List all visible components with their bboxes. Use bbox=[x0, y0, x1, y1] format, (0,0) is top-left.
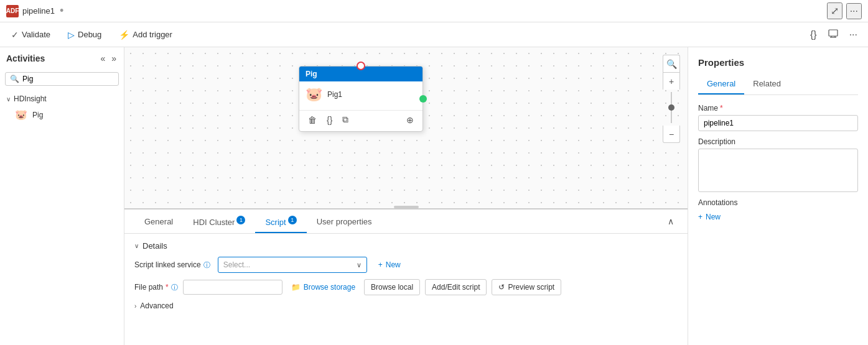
main-layout: Activities « » 🔍 ∨ HDInsight 🐷 Pig ⋯ ⊞ ⊡ bbox=[0, 47, 868, 345]
sidebar-item-pig[interactable]: 🐷 Pig ⋯ ⊞ ⊡ bbox=[0, 106, 124, 124]
props-tab-general[interactable]: General bbox=[698, 75, 744, 94]
tab-script[interactable]: Script1 bbox=[255, 209, 306, 233]
bottom-tabs: General HDI Cluster1 Script1 User proper… bbox=[124, 209, 688, 234]
description-textarea[interactable] bbox=[698, 149, 858, 192]
bottom-content: ∨ Details Script linked service ⓘ Select… bbox=[124, 234, 688, 324]
preview-icon: ↺ bbox=[498, 283, 505, 292]
script-linked-service-label: Script linked service ⓘ bbox=[134, 260, 210, 270]
properties-panel: Properties General Related Name * Descri… bbox=[688, 47, 868, 345]
add-trigger-button[interactable]: ⚡ Add trigger bbox=[115, 27, 176, 42]
sidebar-title: Activities bbox=[6, 53, 45, 63]
file-path-input[interactable] bbox=[183, 280, 282, 295]
group-arrow-icon: ∨ bbox=[6, 96, 11, 103]
name-label: Name * bbox=[698, 104, 858, 113]
tab-general[interactable]: General bbox=[134, 211, 183, 232]
sidebar-collapse-btn[interactable]: « bbox=[99, 52, 106, 65]
file-path-row: File path * ⓘ 📁 Browse storage Browse lo… bbox=[134, 279, 678, 295]
trigger-icon: ⚡ bbox=[119, 30, 129, 40]
code-button[interactable]: {} bbox=[807, 27, 820, 42]
activity-node[interactable]: Pig 🐷 Pig1 🗑 {} ⧉ ⊕ bbox=[299, 66, 423, 132]
toolbar-right: {} ··· bbox=[807, 27, 861, 43]
sidebar: Activities « » 🔍 ∨ HDInsight 🐷 Pig ⋯ ⊞ ⊡ bbox=[0, 47, 124, 345]
browse-local-button[interactable]: Browse local bbox=[364, 279, 420, 295]
sidebar-header: Activities « » bbox=[0, 47, 124, 70]
node-copy-btn[interactable]: ⧉ bbox=[340, 113, 351, 126]
select-chevron-icon: ∨ bbox=[357, 261, 362, 269]
monitor-button[interactable] bbox=[825, 27, 841, 43]
item-action-2[interactable]: ⊞ bbox=[97, 110, 106, 119]
debug-icon: ▷ bbox=[68, 30, 75, 40]
validate-icon: ✓ bbox=[11, 30, 19, 40]
item-action-1[interactable]: ⋯ bbox=[85, 110, 95, 119]
sidebar-group-hdinsight: ∨ HDInsight 🐷 Pig ⋯ ⊞ ⊡ bbox=[0, 90, 124, 126]
canvas-zoom-slider-track bbox=[671, 92, 672, 123]
annotations-new-button[interactable]: + New bbox=[698, 211, 858, 223]
canvas-zoom-out-btn[interactable]: − bbox=[663, 126, 680, 143]
script-badge: 1 bbox=[288, 216, 297, 224]
annotations-label: Annotations bbox=[698, 198, 858, 207]
properties-tabs: General Related bbox=[698, 75, 858, 95]
debug-button[interactable]: ▷ Debug bbox=[64, 27, 105, 42]
bottom-panel: General HDI Cluster1 Script1 User proper… bbox=[124, 208, 688, 345]
details-label: Details bbox=[142, 241, 167, 251]
canvas-drag-handle[interactable] bbox=[394, 206, 419, 208]
node-delete-btn[interactable]: 🗑 bbox=[306, 114, 319, 126]
script-linked-service-select[interactable]: Select... ∨ bbox=[218, 257, 367, 273]
browse-storage-icon: 📁 bbox=[291, 283, 301, 292]
description-label: Description bbox=[698, 137, 858, 146]
details-arrow-icon: ∨ bbox=[134, 242, 139, 249]
pipeline-title: pipeline1 bbox=[22, 6, 55, 16]
more-button[interactable]: ··· bbox=[846, 27, 861, 42]
canvas-area[interactable]: Pig 🐷 Pig1 🗑 {} ⧉ ⊕ 🔍 + bbox=[124, 47, 688, 208]
new-linked-service-btn[interactable]: + New bbox=[375, 258, 404, 272]
hdi-badge: 1 bbox=[236, 216, 245, 224]
script-linked-service-info-icon[interactable]: ⓘ bbox=[203, 260, 210, 270]
annotations-plus-icon: + bbox=[698, 213, 702, 221]
preview-script-button[interactable]: ↺ Preview script bbox=[492, 279, 561, 295]
sidebar-group-header[interactable]: ∨ HDInsight bbox=[0, 92, 124, 106]
validate-button[interactable]: ✓ Validate bbox=[7, 27, 54, 42]
node-right-connector bbox=[419, 95, 427, 103]
sidebar-header-actions: « » bbox=[99, 52, 118, 65]
node-body: 🐷 Pig1 bbox=[299, 81, 422, 108]
tab-hdi-cluster[interactable]: HDI Cluster1 bbox=[183, 209, 255, 233]
properties-title: Properties bbox=[698, 57, 858, 68]
canvas-search-btn[interactable]: 🔍 bbox=[663, 55, 680, 72]
expand-button[interactable]: ⤢ bbox=[827, 2, 842, 19]
advanced-toggle[interactable]: › Advanced bbox=[134, 301, 678, 310]
item-action-3[interactable]: ⊡ bbox=[108, 110, 118, 119]
node-connect-btn[interactable]: ⊕ bbox=[404, 114, 416, 126]
search-icon: 🔍 bbox=[10, 75, 19, 83]
svg-rect-0 bbox=[829, 30, 838, 36]
required-star: * bbox=[166, 283, 169, 292]
canvas-zoom-in-btn[interactable]: + bbox=[663, 72, 680, 90]
node-label: Pig1 bbox=[327, 90, 342, 99]
name-input[interactable] bbox=[698, 115, 858, 131]
pig-icon: 🐷 bbox=[15, 109, 27, 121]
app-icon: ADF bbox=[6, 5, 19, 17]
unsaved-indicator: • bbox=[60, 4, 63, 17]
search-box: 🔍 bbox=[5, 72, 119, 86]
new-linked-service-plus-icon: + bbox=[378, 260, 383, 269]
sidebar-item-label: Pig bbox=[32, 111, 43, 119]
props-tab-related[interactable]: Related bbox=[744, 75, 790, 94]
more-options-button[interactable]: ··· bbox=[846, 3, 862, 19]
details-toggle[interactable]: ∨ Details bbox=[134, 241, 678, 251]
toolbar: ✓ Validate ▷ Debug ⚡ Add trigger {} ··· bbox=[0, 22, 868, 47]
bottom-panel-collapse-btn[interactable]: ∧ bbox=[664, 214, 678, 229]
canvas-zoom-slider-thumb[interactable] bbox=[668, 104, 674, 111]
top-bar: ADF pipeline1 • ⤢ ··· bbox=[0, 0, 868, 22]
details-section: ∨ Details Script linked service ⓘ Select… bbox=[134, 241, 678, 310]
tab-user-properties[interactable]: User properties bbox=[307, 211, 382, 232]
canvas-controls: 🔍 + − bbox=[663, 55, 680, 143]
node-toolbar: 🗑 {} ⧉ ⊕ bbox=[299, 110, 422, 131]
file-path-info-icon[interactable]: ⓘ bbox=[171, 283, 178, 292]
file-path-label: File path * ⓘ bbox=[134, 283, 178, 292]
search-input[interactable] bbox=[22, 75, 114, 83]
group-label: HDInsight bbox=[14, 94, 47, 103]
sidebar-expand-btn[interactable]: » bbox=[110, 52, 118, 65]
script-linked-service-row: Script linked service ⓘ Select... ∨ + Ne… bbox=[134, 257, 678, 273]
add-edit-script-button[interactable]: Add/Edit script bbox=[425, 279, 487, 295]
browse-storage-button[interactable]: 📁 Browse storage bbox=[287, 280, 359, 294]
node-code-btn[interactable]: {} bbox=[324, 114, 335, 126]
